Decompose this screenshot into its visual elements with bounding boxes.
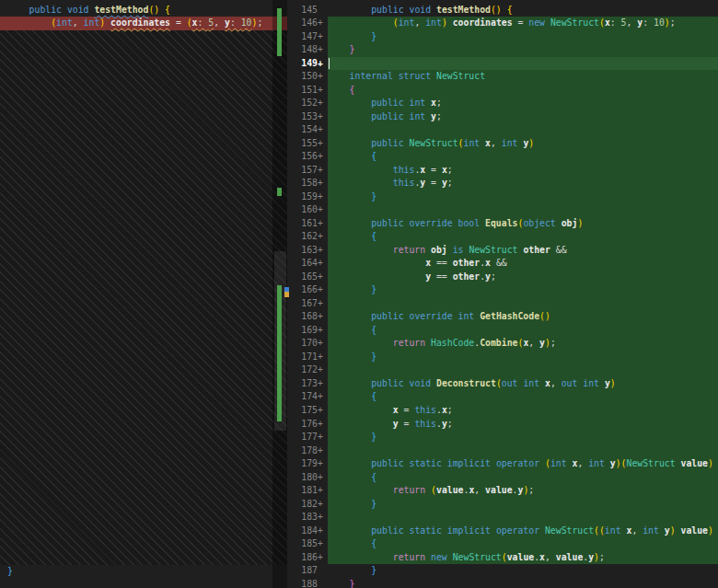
- code-line[interactable]: [0, 578, 287, 588]
- code-line-content[interactable]: {: [328, 537, 718, 551]
- code-line-content[interactable]: (int, int) coordinates = new NewStruct(x…: [328, 17, 718, 30]
- code-line-content[interactable]: [328, 203, 718, 217]
- code-line-content[interactable]: [328, 297, 718, 311]
- added-code-line[interactable]: 183+: [287, 511, 718, 525]
- code-line-content[interactable]: public int x;: [328, 97, 718, 110]
- added-code-line[interactable]: 166+ }: [287, 283, 718, 297]
- code-line-content[interactable]: }: [328, 578, 718, 588]
- added-code-line[interactable]: 178+: [287, 444, 718, 458]
- code-line-content[interactable]: }: [328, 190, 718, 204]
- added-code-line[interactable]: 185+ {: [287, 537, 718, 551]
- added-code-line[interactable]: 164+ x == other.x &&: [287, 257, 718, 271]
- code-line-content[interactable]: [328, 123, 718, 137]
- code-line-content[interactable]: [328, 57, 718, 71]
- added-code-line[interactable]: 165+ y == other.y;: [287, 271, 718, 284]
- code-line-content[interactable]: {: [328, 471, 718, 485]
- code-line-content[interactable]: }: [328, 43, 718, 57]
- code-token: this: [393, 165, 415, 175]
- original-pane[interactable]: public void testMethod() { (int, int) co…: [0, 0, 287, 588]
- added-code-line[interactable]: 180+ {: [287, 471, 718, 485]
- added-code-line[interactable]: 186+ return new NewStruct(value.x, value…: [287, 551, 718, 565]
- added-code-line[interactable]: 174+ {: [287, 390, 718, 404]
- added-code-line[interactable]: 184+ public static implicit operator New…: [287, 525, 718, 538]
- code-line-content[interactable]: {: [328, 150, 718, 164]
- added-code-line[interactable]: 158+ this.y = y;: [287, 177, 718, 190]
- code-line-content[interactable]: public void testMethod() {: [328, 4, 718, 17]
- added-code-line[interactable]: 173+ public void Deconstruct(out int x, …: [287, 377, 718, 391]
- modified-pane[interactable]: 144145 public void testMethod() {146+ (i…: [287, 0, 718, 588]
- code-line[interactable]: 188 }: [287, 578, 718, 588]
- added-code-line[interactable]: 149+: [287, 57, 718, 71]
- added-code-line[interactable]: 156+ {: [287, 150, 718, 164]
- code-token: int: [425, 17, 442, 28]
- code-line-content[interactable]: [328, 363, 718, 377]
- code-line-content[interactable]: [328, 511, 718, 525]
- added-code-line[interactable]: 181+ return (value.x, value.y);: [287, 484, 718, 498]
- added-code-line[interactable]: 155+ public NewStruct(int x, int y): [287, 137, 718, 151]
- added-code-line[interactable]: 179+ public static implicit operator (in…: [287, 457, 718, 471]
- added-code-line[interactable]: 170+ return HashCode.Combine(x, y);: [287, 337, 718, 351]
- added-code-line[interactable]: 157+ this.x = x;: [287, 164, 718, 178]
- code-line-content[interactable]: {: [328, 84, 718, 98]
- added-code-line[interactable]: 147+ }: [287, 30, 718, 44]
- code-line[interactable]: public void testMethod() {: [0, 4, 287, 17]
- added-code-line[interactable]: 151+ {: [287, 84, 718, 98]
- added-code-line[interactable]: 152+ public int x;: [287, 97, 718, 110]
- code-line-content[interactable]: y = this.y;: [328, 418, 718, 432]
- code-line-content[interactable]: return (value.x, value.y);: [328, 484, 718, 498]
- code-line-content[interactable]: this.y = y;: [328, 177, 718, 190]
- code-line-content[interactable]: [328, 444, 718, 458]
- code-line[interactable]: 187 }: [287, 564, 718, 578]
- added-code-line[interactable]: 153+ public int y;: [287, 110, 718, 124]
- code-line-content[interactable]: return new NewStruct(value.x, value.y);: [328, 551, 718, 565]
- added-code-line[interactable]: 160+: [287, 203, 718, 217]
- added-code-line[interactable]: 171+ }: [287, 351, 718, 364]
- code-line-content[interactable]: public override int GetHashCode(): [328, 310, 718, 324]
- added-code-line[interactable]: 163+ return obj is NewStruct other &&: [287, 244, 718, 258]
- code-line[interactable]: }: [0, 565, 287, 579]
- code-line-content[interactable]: this.x = x;: [328, 164, 718, 178]
- line-number: 156+: [287, 150, 328, 164]
- added-code-line[interactable]: 148+ }: [287, 43, 718, 57]
- left-scrollbar[interactable]: [272, 0, 287, 588]
- code-line-content[interactable]: }: [328, 351, 718, 364]
- code-line-content[interactable]: public void Deconstruct(out int x, out i…: [328, 377, 718, 391]
- code-line[interactable]: 145 public void testMethod() {: [287, 4, 718, 17]
- code-line-content[interactable]: x == other.x &&: [328, 257, 718, 271]
- code-line-content[interactable]: }: [328, 564, 718, 578]
- added-code-line[interactable]: 162+ {: [287, 230, 718, 244]
- added-code-line[interactable]: 169+ {: [287, 324, 718, 338]
- added-code-line[interactable]: 176+ y = this.y;: [287, 418, 718, 432]
- code-line-content[interactable]: {: [328, 230, 718, 244]
- code-line-content[interactable]: public static implicit operator (int x, …: [328, 457, 718, 471]
- code-line-content[interactable]: return obj is NewStruct other &&: [328, 244, 718, 258]
- added-code-line[interactable]: 175+ x = this.x;: [287, 404, 718, 418]
- added-code-line[interactable]: 150+ internal struct NewStruct: [287, 70, 718, 84]
- code-line-content[interactable]: public NewStruct(int x, int y): [328, 137, 718, 151]
- added-code-line[interactable]: 159+ }: [287, 190, 718, 204]
- code-token: [7, 5, 29, 15]
- removed-code-line[interactable]: (int, int) coordinates = (x: 5, y: 10);: [0, 17, 287, 30]
- added-code-line[interactable]: 172+: [287, 363, 718, 377]
- code-line-content[interactable]: public override bool Equals(object obj): [328, 217, 718, 231]
- code-line-content[interactable]: return HashCode.Combine(x, y);: [328, 337, 718, 351]
- added-code-line[interactable]: 154+: [287, 123, 718, 137]
- added-code-line[interactable]: 167+: [287, 297, 718, 311]
- code-line-content[interactable]: }: [328, 498, 718, 512]
- code-line-content[interactable]: {: [328, 390, 718, 404]
- code-line-content[interactable]: public int y;: [328, 110, 718, 124]
- code-line-content[interactable]: }: [328, 30, 718, 44]
- code-line-content[interactable]: public static implicit operator NewStruc…: [328, 525, 718, 538]
- added-code-line[interactable]: 146+ (int, int) coordinates = new NewStr…: [287, 17, 718, 30]
- code-line-content[interactable]: {: [328, 324, 718, 338]
- code-line-content[interactable]: internal struct NewStruct: [328, 70, 718, 84]
- added-code-line[interactable]: 161+ public override bool Equals(object …: [287, 217, 718, 231]
- code-line-content[interactable]: }: [328, 431, 718, 444]
- added-code-line[interactable]: 177+ }: [287, 431, 718, 444]
- added-code-line[interactable]: 168+ public override int GetHashCode(): [287, 310, 718, 324]
- code-line-content[interactable]: x = this.x;: [328, 404, 718, 418]
- added-code-line[interactable]: 182+ }: [287, 498, 718, 512]
- code-line-content[interactable]: y == other.y;: [328, 271, 718, 284]
- code-token: out: [562, 378, 578, 388]
- code-line-content[interactable]: }: [328, 283, 718, 297]
